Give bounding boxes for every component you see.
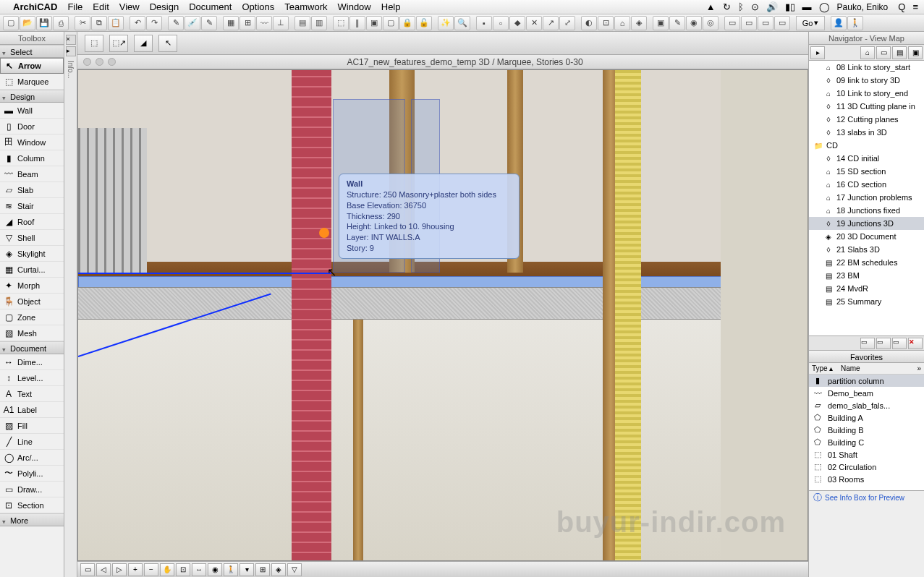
view1-button[interactable]: ◐ <box>581 16 597 30</box>
tool-slab[interactable]: ▱Slab <box>0 182 64 198</box>
walk-button[interactable]: 🚶 <box>847 16 863 30</box>
pick-button[interactable]: ✎ <box>168 16 184 30</box>
user-icon[interactable]: ◯ <box>819 1 830 12</box>
unlock-button[interactable]: 🔓 <box>416 16 432 30</box>
tool-fill[interactable]: ▨Fill <box>0 418 64 434</box>
geom1-button[interactable]: ⬚ <box>85 35 103 52</box>
nav-item[interactable]: 📁CD <box>809 139 924 152</box>
tool-skylight[interactable]: ◈Skylight <box>0 246 64 262</box>
render2-button[interactable]: ✎ <box>669 16 685 30</box>
nav-item[interactable]: ⌂15 SD section <box>809 165 924 178</box>
fav-col-menu[interactable]: » <box>914 363 924 374</box>
layer-settings-button[interactable]: ▥ <box>311 16 327 30</box>
tool-level[interactable]: ↕Level... <box>0 370 64 386</box>
tool-mesh[interactable]: ▧Mesh <box>0 325 64 341</box>
favorite-item[interactable]: ⬚03 Rooms <box>809 473 924 485</box>
tool-text[interactable]: AText <box>0 386 64 402</box>
edit3-button[interactable]: ◆ <box>509 16 525 30</box>
new-button[interactable]: ▢ <box>3 16 19 30</box>
tool-marquee[interactable]: ⬚Marquee <box>0 74 64 90</box>
palette4-button[interactable]: ▭ <box>774 16 790 30</box>
menu-file[interactable]: File <box>67 1 82 12</box>
paste-button[interactable]: 📋 <box>108 16 124 30</box>
zoom-in-button[interactable]: + <box>128 563 143 576</box>
ungroup-button[interactable]: ▢ <box>383 16 399 30</box>
bluetooth-icon[interactable]: ᛒ <box>738 1 744 12</box>
close-dot[interactable] <box>83 58 91 66</box>
nav-btn-2[interactable]: ▭ <box>876 338 891 349</box>
trace-button[interactable]: ⬚ <box>333 16 349 30</box>
cut-button[interactable]: ✂ <box>75 16 90 30</box>
nav-item[interactable]: ◈20 3D Document <box>809 230 924 243</box>
nav-item[interactable]: ⌂17 Junction problems <box>809 191 924 204</box>
snap-button[interactable]: ▦ <box>223 16 239 30</box>
extra2-button[interactable]: ◈ <box>271 563 286 576</box>
app-name[interactable]: ArchiCAD <box>13 1 57 12</box>
lock-button[interactable]: 🔒 <box>399 16 415 30</box>
favorite-item[interactable]: ▱demo_slab_fals... <box>809 399 924 411</box>
scroll-button[interactable]: ↔ <box>192 563 206 576</box>
tool-door[interactable]: ▯Door <box>0 119 64 134</box>
layers-button[interactable]: ▤ <box>294 16 310 30</box>
measure-button[interactable]: ✎ <box>201 16 217 30</box>
tool-roof[interactable]: ◢Roof <box>0 214 64 230</box>
menu-teamwork[interactable]: Teamwork <box>284 1 327 12</box>
view-store-button[interactable]: ▾ <box>240 563 254 576</box>
nav-item[interactable]: ◊14 CD initial <box>809 152 924 165</box>
airplay-icon[interactable]: ▲ <box>706 1 716 12</box>
render4-button[interactable]: ◎ <box>703 16 719 30</box>
tool-zone[interactable]: ▢Zone <box>0 309 64 325</box>
orbit-button[interactable]: ◉ <box>208 563 222 576</box>
toolbox-section-select[interactable]: Select <box>0 45 64 58</box>
tool-line[interactable]: ╱Line <box>0 434 64 450</box>
nav-item[interactable]: ◊12 Cutting planes <box>809 113 924 126</box>
info-expand-icon[interactable]: ▸ <box>66 46 76 56</box>
nav-tab-project[interactable]: ⌂ <box>860 46 875 59</box>
inject-button[interactable]: 💉 <box>185 16 200 30</box>
open-button[interactable]: 📂 <box>20 16 35 30</box>
render3-button[interactable]: ◉ <box>686 16 702 30</box>
menu-design[interactable]: Design <box>150 1 179 12</box>
favorite-item[interactable]: 〰Demo_beam <box>809 387 924 399</box>
nav-item[interactable]: ⌂08 Link to story_start <box>809 61 924 74</box>
tool-stair[interactable]: ≋Stair <box>0 198 64 214</box>
magic-button[interactable]: ✨ <box>438 16 454 30</box>
tool-curtai[interactable]: ▦Curtai... <box>0 262 64 278</box>
favorite-item[interactable]: ⬠Building A <box>809 411 924 424</box>
tool-polyli[interactable]: 〜Polyli... <box>0 466 64 482</box>
palette3-button[interactable]: ▭ <box>758 16 773 30</box>
tool-arc[interactable]: ◯Arc/... <box>0 450 64 466</box>
nav-btn-1[interactable]: ▭ <box>860 338 875 349</box>
geom2-button[interactable]: ⬚↗ <box>109 35 128 52</box>
nav-item[interactable]: ▤23 BM <box>809 269 924 282</box>
suspend-button[interactable]: ‖ <box>349 16 365 30</box>
nav-item[interactable]: ◊09 link to story 3D <box>809 74 924 87</box>
spotlight-icon[interactable]: Q <box>898 1 905 12</box>
tool-window[interactable]: 田Window <box>0 134 64 150</box>
geom4-button[interactable]: ↖ <box>158 35 177 52</box>
edit6-button[interactable]: ⤢ <box>559 16 575 30</box>
nav-item[interactable]: ◊19 Junctions 3D <box>809 217 924 230</box>
toolbox-section-design[interactable]: Design <box>0 90 64 103</box>
tool-section[interactable]: ⊡Section <box>0 497 64 513</box>
guide-button[interactable]: 〰 <box>256 16 272 30</box>
info-close-icon[interactable]: × <box>66 35 76 45</box>
nav-tab-publisher[interactable]: ▣ <box>908 46 923 59</box>
zoom-dot[interactable] <box>108 58 116 66</box>
nav-item[interactable]: ⌂16 CD section <box>809 178 924 191</box>
favorite-item[interactable]: ⬚01 Shaft <box>809 448 924 461</box>
fav-col-name[interactable]: Name <box>838 363 863 374</box>
tool-object[interactable]: 🪑Object <box>0 294 64 309</box>
copy-button[interactable]: ⧉ <box>91 16 107 30</box>
favorites-list[interactable]: ▮partition column〰Demo_beam▱demo_slab_fa… <box>809 375 924 490</box>
pan-button[interactable]: ✋ <box>160 563 174 576</box>
save-button[interactable]: 💾 <box>36 16 52 30</box>
nav-item[interactable]: ◊21 Slabs 3D <box>809 243 924 256</box>
tool-label[interactable]: A1Label <box>0 402 64 418</box>
sync-icon[interactable]: ↻ <box>723 1 731 12</box>
menu-document[interactable]: Document <box>189 1 232 12</box>
favorite-item[interactable]: ⬠Building C <box>809 436 924 448</box>
nav-item[interactable]: ⌂18 Junctions fixed <box>809 204 924 217</box>
navigator-tree[interactable]: ⌂08 Link to story_start◊09 link to story… <box>809 61 924 335</box>
palette2-button[interactable]: ▭ <box>741 16 757 30</box>
